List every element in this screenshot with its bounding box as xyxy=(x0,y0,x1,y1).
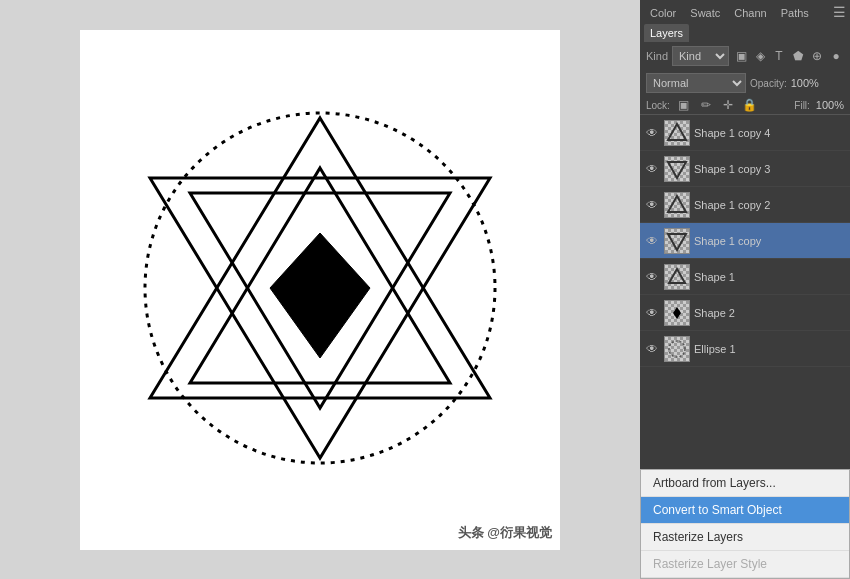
filter-pixel-icon[interactable]: ▣ xyxy=(733,49,749,63)
tab-swatches[interactable]: Swatc xyxy=(684,4,726,22)
layer-thumbnail xyxy=(664,192,690,218)
layer-name: Ellipse 1 xyxy=(694,343,846,355)
layer-item[interactable]: 👁 Shape 1 copy 3 xyxy=(640,151,850,187)
kind-label: Kind xyxy=(646,50,668,62)
tab-channels[interactable]: Chann xyxy=(728,4,772,22)
eye-icon[interactable]: 👁 xyxy=(644,198,660,212)
opacity-label: Opacity: xyxy=(750,78,787,89)
search-bar: Kind Kind ▣ ◈ T ⬟ ⊕ ● xyxy=(640,42,850,70)
tab-color[interactable]: Color xyxy=(644,4,682,22)
filter-adjust-icon[interactable]: ◈ xyxy=(752,49,768,63)
menu-item-rasterize[interactable]: Rasterize Layers xyxy=(641,524,849,551)
svg-marker-5 xyxy=(270,233,370,358)
lock-transparent-icon[interactable]: ▣ xyxy=(676,98,692,112)
tabs-bar: Color Swatc Chann Paths Layers ☰ xyxy=(640,0,850,42)
panel-menu-icon[interactable]: ☰ xyxy=(833,4,846,20)
svg-marker-11 xyxy=(673,307,681,319)
filter-smart-icon[interactable]: ⊕ xyxy=(809,49,825,63)
layer-item[interactable]: 👁 Shape 2 xyxy=(640,295,850,331)
lock-row: Lock: ▣ ✏ ✛ 🔒 Fill: 100% xyxy=(640,96,850,115)
tab-paths[interactable]: Paths xyxy=(775,4,815,22)
filter-off-icon[interactable]: ● xyxy=(828,49,844,63)
layer-thumbnail xyxy=(664,264,690,290)
layer-thumbnail xyxy=(664,336,690,362)
layer-item[interactable]: 👁 Shape 1 xyxy=(640,259,850,295)
canvas-area: 头条 @衍果视觉 xyxy=(0,0,640,579)
eye-icon[interactable]: 👁 xyxy=(644,162,660,176)
svg-marker-7 xyxy=(668,162,686,178)
artwork xyxy=(120,88,520,491)
menu-item-smart-object[interactable]: Convert to Smart Object xyxy=(641,497,849,524)
lock-paint-icon[interactable]: ✏ xyxy=(698,98,714,112)
svg-marker-8 xyxy=(668,196,686,212)
layer-thumbnail xyxy=(664,120,690,146)
eye-icon[interactable]: 👁 xyxy=(644,234,660,248)
search-icons: ▣ ◈ T ⬟ ⊕ ● xyxy=(733,49,844,63)
layer-name: Shape 1 xyxy=(694,271,846,283)
svg-marker-9 xyxy=(668,234,686,250)
lock-all-icon[interactable]: 🔒 xyxy=(742,98,758,112)
filter-shape-icon[interactable]: ⬟ xyxy=(790,49,806,63)
watermark: 头条 @衍果视觉 xyxy=(458,524,552,542)
layer-item[interactable]: 👁 Shape 1 copy 2 xyxy=(640,187,850,223)
filter-kind-select[interactable]: Kind xyxy=(672,46,729,66)
canvas-white: 头条 @衍果视觉 xyxy=(80,30,560,550)
layer-thumbnail xyxy=(664,156,690,182)
menu-item-rasterize-style: Rasterize Layer Style xyxy=(641,551,849,578)
lock-move-icon[interactable]: ✛ xyxy=(720,98,736,112)
blend-mode-select[interactable]: Normal xyxy=(646,73,746,93)
layer-thumbnail xyxy=(664,228,690,254)
context-menu: Artboard from Layers... Convert to Smart… xyxy=(640,469,850,579)
layer-name: Shape 1 copy 3 xyxy=(694,163,846,175)
svg-marker-10 xyxy=(669,269,685,283)
layer-name: Shape 2 xyxy=(694,307,846,319)
layers-panel: Color Swatc Chann Paths Layers ☰ Kind Ki… xyxy=(640,0,850,579)
fill-label: Fill: xyxy=(794,100,810,111)
layer-thumbnail xyxy=(664,300,690,326)
opacity-row: Opacity: 100% xyxy=(750,77,844,89)
fill-value: 100% xyxy=(816,99,844,111)
layer-name: Shape 1 copy 4 xyxy=(694,127,846,139)
blend-row: Normal Opacity: 100% xyxy=(640,70,850,96)
layer-name: Shape 1 copy 2 xyxy=(694,199,846,211)
tab-layers[interactable]: Layers xyxy=(644,24,689,42)
eye-icon[interactable]: 👁 xyxy=(644,270,660,284)
eye-icon[interactable]: 👁 xyxy=(644,306,660,320)
layer-name: Shape 1 copy xyxy=(694,235,846,247)
layer-item[interactable]: 👁 Ellipse 1 xyxy=(640,331,850,367)
svg-marker-6 xyxy=(668,124,686,140)
filter-text-icon[interactable]: T xyxy=(771,49,787,63)
layer-item[interactable]: 👁 Shape 1 copy xyxy=(640,223,850,259)
eye-icon[interactable]: 👁 xyxy=(644,126,660,140)
menu-item-artboard[interactable]: Artboard from Layers... xyxy=(641,470,849,497)
opacity-value: 100% xyxy=(791,77,819,89)
lock-label: Lock: xyxy=(646,100,670,111)
svg-point-12 xyxy=(669,341,685,357)
eye-icon[interactable]: 👁 xyxy=(644,342,660,356)
layer-item[interactable]: 👁 Shape 1 copy 4 xyxy=(640,115,850,151)
